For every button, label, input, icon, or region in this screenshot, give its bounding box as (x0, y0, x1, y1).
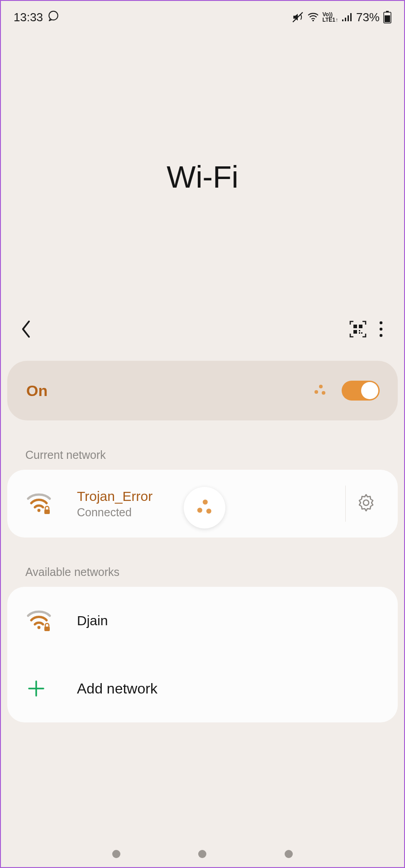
svg-point-22 (38, 626, 41, 629)
navigation-bar (1, 850, 404, 858)
volte-icon: Vo))LTE1↑ (323, 12, 338, 23)
wifi-secure-icon (26, 609, 62, 632)
svg-rect-23 (44, 627, 50, 631)
current-network-header: Current network (1, 420, 404, 470)
status-time: 13:33 (14, 10, 43, 24)
current-network-settings-button[interactable] (345, 486, 386, 522)
qr-scan-button[interactable] (345, 317, 371, 343)
loading-dots-icon (314, 384, 327, 397)
svg-rect-20 (44, 509, 50, 514)
status-bar-right: Vo))LTE1↑ 73% (292, 10, 392, 24)
wifi-secure-icon (26, 492, 62, 515)
wifi-toggle-label: On (26, 382, 314, 400)
wifi-toggle-switch[interactable] (342, 381, 380, 401)
nav-recents-button[interactable] (112, 850, 120, 858)
loading-overlay (184, 487, 225, 528)
battery-icon (383, 11, 391, 24)
svg-rect-13 (359, 330, 360, 331)
svg-rect-12 (353, 330, 357, 334)
more-button[interactable] (371, 317, 391, 343)
signal-icon (342, 12, 353, 22)
wifi-toggle-card: On (7, 361, 398, 420)
chevron-left-icon (19, 319, 33, 341)
qr-code-icon (349, 320, 367, 340)
available-network-ssid: Djain (77, 613, 386, 628)
status-bar-left: 13:33 (14, 10, 59, 25)
svg-point-18 (380, 334, 382, 337)
svg-rect-14 (361, 332, 362, 334)
svg-rect-15 (359, 332, 360, 334)
svg-point-0 (49, 11, 58, 20)
available-networks-card: Djain Add network (7, 587, 398, 722)
svg-rect-4 (345, 18, 346, 21)
svg-rect-3 (342, 19, 343, 21)
add-network-label: Add network (77, 680, 386, 697)
nav-home-button[interactable] (198, 850, 206, 858)
status-bar: 13:33 Vo))LTE1↑ (1, 1, 404, 28)
svg-rect-9 (385, 15, 390, 22)
toolbar (1, 312, 404, 348)
svg-point-2 (312, 20, 314, 21)
add-network-row[interactable]: Add network (7, 655, 398, 722)
svg-point-16 (380, 321, 382, 324)
vibrate-mute-icon (292, 11, 304, 23)
plus-icon (26, 679, 62, 698)
page-title: Wi-Fi (1, 28, 404, 312)
nav-back-button[interactable] (285, 850, 293, 858)
gear-icon (356, 493, 376, 514)
loading-dots-icon (196, 500, 213, 516)
svg-rect-10 (353, 325, 357, 328)
more-vertical-icon (379, 321, 383, 340)
svg-point-21 (363, 500, 369, 505)
svg-point-17 (380, 328, 382, 330)
wifi-status-icon (307, 12, 319, 22)
available-network-row[interactable]: Djain (7, 587, 398, 655)
available-networks-header: Available networks (1, 538, 404, 587)
whatsapp-icon (48, 10, 59, 25)
battery-percent: 73% (356, 10, 380, 24)
svg-point-19 (38, 509, 41, 512)
back-button[interactable] (14, 317, 39, 343)
svg-rect-5 (348, 15, 349, 21)
svg-rect-6 (350, 13, 352, 21)
svg-rect-11 (359, 325, 362, 328)
